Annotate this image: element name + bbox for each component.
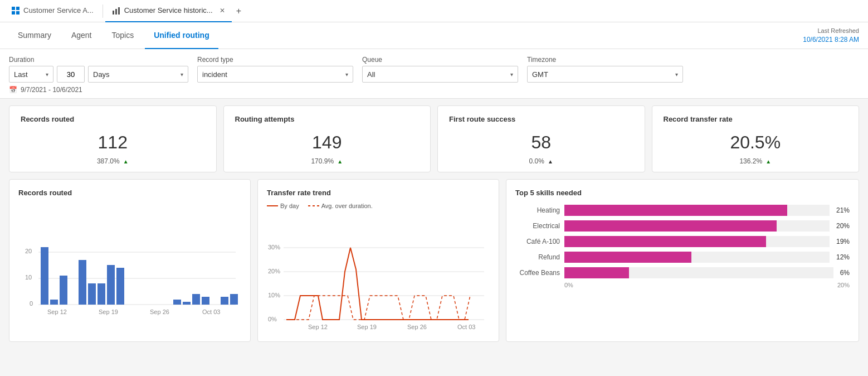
kpi-footer-2: 0.0% ▲: [449, 157, 633, 165]
timezone-filter: Timezone GMT ▾: [527, 56, 683, 83]
date-range: 📅 9/7/2021 - 10/6/2021: [9, 86, 859, 94]
queue-select[interactable]: All ▾: [362, 66, 518, 83]
svg-rect-19: [97, 283, 105, 305]
svg-rect-17: [79, 260, 86, 305]
tab-agent-label: Agent: [71, 31, 92, 40]
app-tab-1[interactable]: Customer Service A...: [4, 0, 100, 22]
app-tab-1-label: Customer Service A...: [23, 6, 94, 15]
line-chart-title: Transfer rate trend: [267, 189, 490, 197]
svg-rect-2: [12, 11, 15, 15]
kpi-trend-3: 136.2%: [739, 157, 762, 165]
skill-row-1: Electrical 20%: [515, 220, 850, 232]
tab-summary[interactable]: Summary: [9, 22, 60, 49]
kpi-card-3: Record transfer rate 20.5% 136.2% ▲: [652, 105, 860, 172]
svg-rect-6: [118, 7, 120, 15]
kpi-footer-3: 136.2% ▲: [664, 157, 848, 165]
kpi-value-0: 112: [21, 128, 205, 157]
tab-unified-routing[interactable]: Unified routing: [145, 22, 218, 49]
svg-text:20%: 20%: [268, 268, 280, 274]
svg-rect-20: [107, 265, 115, 305]
timezone-label: Timezone: [527, 56, 683, 64]
main-content: Records routed 112 387.0% ▲ Routing atte…: [0, 99, 868, 349]
svg-rect-29: [192, 294, 200, 305]
record-type-filter: Record type incident ▾: [197, 56, 353, 83]
duration-type-select[interactable]: Last ▾: [9, 66, 53, 83]
kpi-card-1: Routing attempts 149 170.9% ▲: [223, 105, 431, 172]
svg-text:0: 0: [30, 300, 33, 307]
duration-label: Duration: [9, 56, 188, 64]
skill-pct-3: 12%: [836, 253, 850, 261]
kpi-card-0: Records routed 112 387.0% ▲: [9, 105, 217, 172]
svg-rect-3: [16, 11, 19, 15]
tab-agent[interactable]: Agent: [62, 22, 101, 49]
skills-list: Heating 21% Electrical 20% Café A-100 19…: [515, 203, 850, 278]
chevron-down-icon: ▾: [675, 71, 678, 78]
kpi-value-2: 58: [449, 128, 633, 157]
timezone-select[interactable]: GMT ▾: [527, 66, 683, 83]
queue-filter: Queue All ▾: [362, 56, 518, 83]
app-tab-2[interactable]: Customer Service historic... ✕: [105, 0, 232, 22]
kpi-footer-1: 170.9% ▲: [235, 157, 420, 165]
svg-rect-33: [230, 294, 238, 305]
svg-text:Sep 19: Sep 19: [99, 308, 118, 315]
skill-pct-0: 21%: [836, 206, 850, 214]
svg-rect-1: [16, 7, 19, 10]
skill-row-3: Refund 12%: [515, 252, 850, 263]
svg-text:Sep 26: Sep 26: [150, 308, 169, 315]
line-chart-svg: 0% 10% 20% 30% Sep 12 Se: [267, 214, 490, 331]
kpi-row: Records routed 112 387.0% ▲ Routing atte…: [9, 105, 859, 172]
kpi-arrow-0: ▲: [123, 158, 129, 165]
tab-summary-label: Summary: [18, 31, 51, 40]
kpi-arrow-3: ▲: [765, 158, 771, 165]
kpi-arrow-2: ▲: [548, 158, 553, 165]
chevron-down-icon: ▾: [46, 71, 48, 78]
duration-value-input[interactable]: [57, 66, 85, 83]
skill-label-2: Café A-100: [515, 238, 560, 245]
record-type-select[interactable]: incident ▾: [197, 66, 353, 83]
svg-rect-28: [183, 302, 191, 305]
filters-bar: Duration Last ▾ Days ▾ Record type incid…: [0, 49, 868, 99]
skill-row-0: Heating 21%: [515, 205, 850, 216]
svg-rect-30: [202, 297, 209, 305]
chevron-down-icon: ▾: [181, 71, 183, 78]
svg-rect-21: [116, 268, 124, 305]
chevron-down-icon: ▾: [345, 71, 348, 78]
skill-pct-4: 6%: [840, 269, 850, 277]
tab-divider: [103, 4, 103, 18]
svg-rect-14: [50, 300, 58, 305]
svg-text:Sep 26: Sep 26: [407, 324, 427, 330]
calendar-icon: 📅: [9, 86, 17, 94]
queue-label: Queue: [362, 56, 518, 64]
legend-by-day: By day: [267, 203, 299, 209]
svg-rect-0: [12, 7, 15, 10]
skill-pct-2: 19%: [836, 238, 850, 245]
skill-bar-container-1: [564, 220, 830, 232]
svg-rect-15: [60, 276, 67, 305]
axis-end: 20%: [837, 282, 850, 288]
close-tab-button[interactable]: ✕: [220, 7, 225, 15]
skill-row-4: Coffee Beans 6%: [515, 267, 850, 278]
skill-bar-container-0: [564, 205, 830, 216]
add-tab-button[interactable]: +: [236, 6, 241, 16]
chevron-down-icon: ▾: [510, 71, 513, 78]
skills-chart-card: Top 5 skills needed Heating 21% Electric…: [506, 179, 859, 342]
tab-unified-routing-label: Unified routing: [154, 31, 209, 40]
legend-avg: Avg. over duration.: [308, 203, 373, 209]
tab-topics[interactable]: Topics: [103, 22, 143, 49]
grid-icon: [11, 6, 20, 15]
kpi-value-1: 149: [235, 128, 420, 157]
skill-label-1: Electrical: [515, 222, 560, 230]
duration-unit-select[interactable]: Days ▾: [88, 66, 188, 83]
svg-rect-13: [41, 247, 48, 305]
svg-text:Sep 12: Sep 12: [47, 308, 67, 315]
skill-bar-container-4: [564, 267, 833, 278]
svg-text:10%: 10%: [268, 292, 280, 298]
kpi-title-2: First route success: [449, 115, 633, 123]
last-refreshed-value: 10/6/2021 8:28 AM: [803, 35, 859, 45]
duration-control: Last ▾ Days ▾: [9, 66, 188, 83]
skills-axis: 0% 20%: [515, 282, 850, 288]
chart-icon: [112, 6, 121, 15]
kpi-trend-0: 387.0%: [97, 157, 120, 165]
skill-bar-container-3: [564, 252, 830, 263]
bar-chart-svg: 0 10 20: [18, 203, 241, 325]
